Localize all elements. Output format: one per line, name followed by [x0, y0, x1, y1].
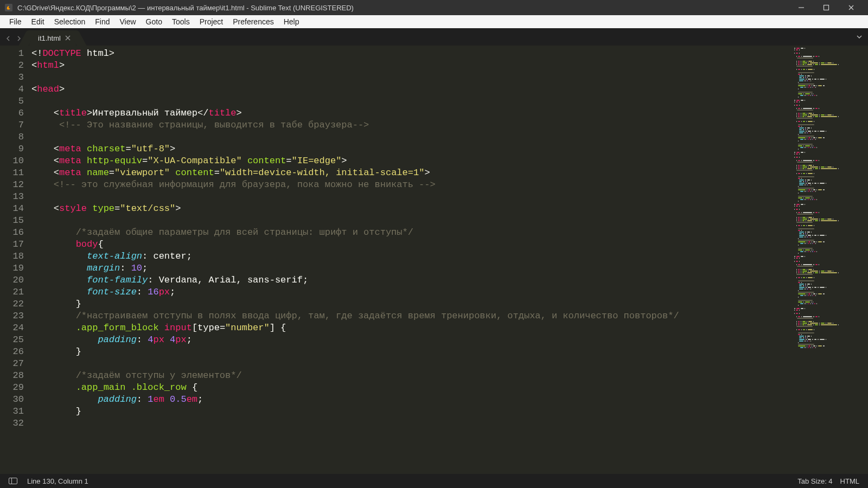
menu-preferences[interactable]: Preferences [228, 16, 278, 27]
tab-history-back[interactable] [3, 34, 13, 43]
maximize-button[interactable] [814, 0, 839, 15]
status-bar: Line 130, Column 1 Tab Size: 4 HTML [0, 474, 868, 488]
svg-rect-2 [824, 5, 829, 10]
menu-help[interactable]: Help [279, 16, 304, 27]
tab-it1-html[interactable]: it1.html [29, 30, 76, 46]
status-tab-size[interactable]: Tab Size: 4 [797, 477, 832, 485]
close-button[interactable] [839, 0, 864, 15]
status-cursor-position[interactable]: Line 130, Column 1 [27, 477, 88, 485]
menu-find[interactable]: Find [90, 16, 114, 27]
editor-area[interactable]: 1234567891011121314151617181920212223242… [0, 46, 868, 474]
title-bar: C:\GDrive\Яндекс.КОД\Программы\2 — интер… [0, 0, 868, 15]
minimap[interactable] [792, 46, 868, 474]
menu-selection[interactable]: Selection [49, 16, 91, 27]
code-content[interactable]: <!DOCTYPE html><html><head> <title>Интер… [31, 46, 792, 474]
menu-edit[interactable]: Edit [27, 16, 49, 27]
status-syntax[interactable]: HTML [840, 477, 859, 485]
window-title: C:\GDrive\Яндекс.КОД\Программы\2 — интер… [17, 4, 789, 12]
menu-file[interactable]: File [4, 16, 27, 27]
menu-bar: FileEditSelectionFindViewGotoToolsProjec… [0, 15, 868, 28]
tab-strip: it1.html [0, 28, 868, 46]
menu-goto[interactable]: Goto [141, 16, 167, 27]
tab-close-icon[interactable] [64, 34, 72, 42]
tab-label: it1.html [38, 34, 61, 42]
line-number-gutter: 1234567891011121314151617181920212223242… [0, 46, 31, 474]
menu-project[interactable]: Project [195, 16, 228, 27]
side-panel-toggle-icon[interactable] [9, 478, 17, 484]
minimize-button[interactable] [789, 0, 814, 15]
tab-overflow-icon[interactable] [851, 29, 868, 46]
app-icon [4, 3, 13, 12]
menu-tools[interactable]: Tools [167, 16, 195, 27]
menu-view[interactable]: View [115, 16, 141, 27]
